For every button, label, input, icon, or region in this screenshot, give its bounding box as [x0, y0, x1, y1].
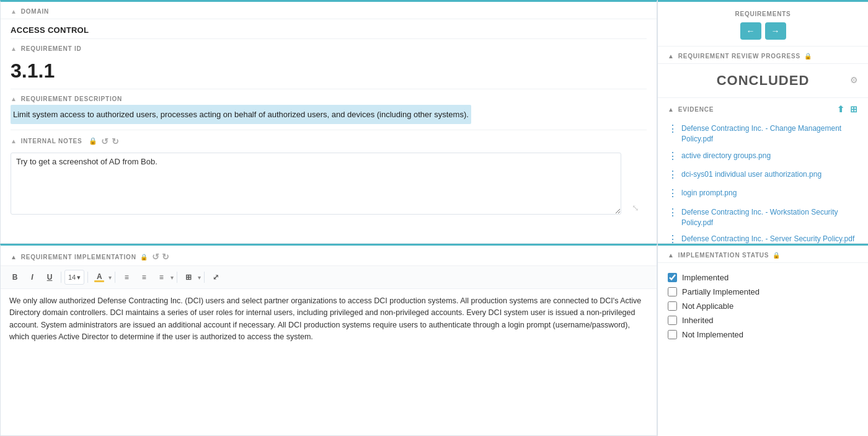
description-label: REQUIREMENT DESCRIPTION: [21, 96, 122, 102]
table-arrow[interactable]: ▾: [198, 274, 201, 281]
evidence-actions: ⬆ ⊞: [837, 104, 858, 114]
evidence-list-item[interactable]: ⋮login prompt.png: [658, 185, 868, 203]
domain-value: ACCESS CONTROL: [11, 25, 89, 35]
impl-status-header: ▲ IMPLEMENTATION STATUS 🔒: [658, 246, 868, 263]
req-id-label: REQUIREMENT ID: [21, 45, 82, 52]
next-requirement-button[interactable]: →: [765, 22, 786, 40]
review-chevron[interactable]: ▲: [668, 53, 675, 60]
toolbar-sep-4: [177, 272, 177, 283]
align-button[interactable]: ≡: [153, 270, 169, 285]
table-button[interactable]: ⊞: [180, 270, 197, 285]
impl-status-checkbox-4[interactable]: [668, 330, 677, 339]
requirements-nav: REQUIREMENTS ← →: [658, 2, 868, 47]
notes-chevron[interactable]: ▲: [11, 138, 17, 145]
notes-redo-icon[interactable]: ↻: [112, 136, 120, 146]
evidence-list-item[interactable]: ⋮active directory groups.png: [658, 148, 868, 166]
impl-lock-icon: 🔒: [140, 254, 148, 260]
impl-status-label-3: Inherited: [682, 316, 714, 325]
impl-status-content: ImplementedPartially ImplementedNot Appl…: [658, 263, 868, 349]
evidence-list: ⋮Defense Contracting Inc. - Change Manag…: [658, 118, 868, 244]
req-id-value: 3.1.1: [1, 56, 657, 89]
impl-status-label: IMPLEMENTATION STATUS: [678, 252, 769, 259]
description-text: Limit system access to authorized users,…: [11, 105, 471, 124]
internal-notes-header: ▲ INTERNAL NOTES 🔒 ↺ ↻: [1, 130, 657, 150]
impl-status-checkbox-3[interactable]: [668, 316, 677, 325]
evidence-upload-icon[interactable]: ⬆: [837, 104, 845, 114]
prev-requirement-button[interactable]: ←: [740, 22, 761, 40]
notes-label: INTERNAL NOTES: [21, 138, 82, 145]
editor-content[interactable]: We only allow authorized Defense Contrac…: [1, 289, 657, 413]
req-id-chevron[interactable]: ▲: [11, 45, 17, 52]
evidence-list-item[interactable]: ⋮Defense Contracting Inc. - Change Manag…: [658, 120, 868, 148]
impl-status-option: Implemented: [668, 270, 858, 285]
evidence-list-item[interactable]: ⋮dci-sys01 individual user authorization…: [658, 166, 868, 185]
bold-button[interactable]: B: [7, 270, 23, 285]
notes-undo-redo: ↺ ↻: [101, 136, 120, 146]
notes-undo-icon[interactable]: ↺: [101, 136, 109, 146]
toolbar-sep-1: [61, 272, 61, 283]
impl-status-option: Not Applicable: [668, 299, 858, 313]
fullscreen-button[interactable]: ⤢: [208, 270, 224, 285]
evidence-item-name: active directory groups.png: [681, 151, 771, 161]
text-color-button[interactable]: A: [91, 270, 107, 285]
evidence-chevron[interactable]: ▲: [668, 106, 675, 113]
color-dropdown-arrow[interactable]: ▾: [108, 274, 112, 281]
right-top-panel: REQUIREMENTS ← → ▲ REQUIREMENT REVIEW PR…: [658, 0, 868, 244]
impl-status-chevron[interactable]: ▲: [668, 252, 675, 259]
evidence-dot: ⋮: [668, 206, 678, 220]
notes-textarea[interactable]: Try to get a screenshot of AD from Bob.: [11, 153, 621, 215]
domain-header: ▲ DOMAIN: [1, 2, 657, 19]
domain-section: ▲ DOMAIN ACCESS CONTROL: [1, 2, 657, 38]
req-id-header: ▲ REQUIREMENT ID: [1, 39, 657, 56]
impl-chevron[interactable]: ▲: [11, 254, 17, 260]
impl-status-label-1: Partially Implemented: [682, 287, 760, 296]
impl-status-label-2: Not Applicable: [682, 301, 733, 311]
nav-buttons: ← →: [740, 22, 786, 40]
evidence-item-name: login prompt.png: [681, 188, 737, 198]
notes-lock-icon: 🔒: [89, 137, 98, 145]
impl-status-checkbox-0[interactable]: [668, 273, 677, 282]
review-gear-icon[interactable]: ⚙: [850, 75, 858, 85]
impl-status-checkbox-1[interactable]: [668, 287, 677, 296]
resize-handle: ⤡: [632, 203, 639, 213]
evidence-dot: ⋮: [668, 168, 678, 182]
evidence-grid-icon[interactable]: ⊞: [850, 104, 858, 114]
requirements-nav-label: REQUIREMENTS: [735, 11, 790, 17]
implementation-status-section: ▲ IMPLEMENTATION STATUS 🔒 ImplementedPar…: [658, 244, 868, 436]
toolbar-sep-5: [204, 272, 205, 283]
evidence-list-item[interactable]: ⋮Defense Contracting Inc. - Workstation …: [658, 204, 868, 231]
domain-chevron[interactable]: ▲: [11, 8, 17, 15]
implementation-header: ▲ REQUIREMENT IMPLEMENTATION 🔒 ↺ ↻: [1, 246, 657, 266]
evidence-dot: ⋮: [668, 187, 678, 200]
impl-status-option: Not Implemented: [668, 327, 858, 342]
evidence-item-name: Defense Contracting Inc. - Server Securi…: [681, 234, 854, 244]
font-size-dropdown[interactable]: 14 ▾: [64, 270, 84, 285]
description-chevron[interactable]: ▲: [11, 96, 17, 102]
list-unordered-button[interactable]: ≡: [118, 270, 135, 285]
evidence-item-name: Defense Contracting Inc. - Workstation S…: [681, 207, 858, 228]
evidence-header: ▲ EVIDENCE ⬆ ⊞: [658, 98, 868, 118]
color-label: A: [97, 273, 102, 280]
toolbar-sep-3: [115, 272, 115, 283]
editor-text: We only allow authorized Defense Contrac…: [9, 296, 641, 341]
evidence-dot: ⋮: [668, 122, 678, 136]
impl-redo-icon[interactable]: ↻: [162, 252, 170, 262]
evidence-item-name: dci-sys01 individual user authorization.…: [681, 169, 822, 180]
evidence-section: ▲ EVIDENCE ⬆ ⊞ ⋮Defense Contracting Inc.…: [658, 98, 868, 244]
align-arrow[interactable]: ▾: [170, 274, 174, 281]
implementation-section: ▲ REQUIREMENT IMPLEMENTATION 🔒 ↺ ↻ B I U…: [0, 244, 657, 436]
list-ordered-button[interactable]: ≡: [136, 270, 152, 285]
review-progress-content: CONCLUDED ⚙: [658, 64, 868, 98]
review-progress-header: ▲ REQUIREMENT REVIEW PROGRESS 🔒: [658, 47, 868, 64]
impl-status-lock-icon: 🔒: [773, 252, 781, 259]
evidence-list-item[interactable]: ⋮Defense Contracting Inc. - Server Secur…: [658, 231, 868, 244]
impl-status-checkbox-2[interactable]: [668, 301, 677, 311]
evidence-item-name: Defense Contracting Inc. - Change Manage…: [681, 123, 858, 145]
underline-button[interactable]: U: [42, 270, 58, 285]
impl-undo-icon[interactable]: ↺: [152, 252, 160, 262]
color-bar: [94, 280, 104, 282]
impl-status-label-0: Implemented: [682, 273, 728, 282]
italic-button[interactable]: I: [24, 270, 40, 285]
review-progress-section: ▲ REQUIREMENT REVIEW PROGRESS 🔒 CONCLUDE…: [658, 47, 868, 98]
evidence-dot: ⋮: [668, 233, 678, 244]
